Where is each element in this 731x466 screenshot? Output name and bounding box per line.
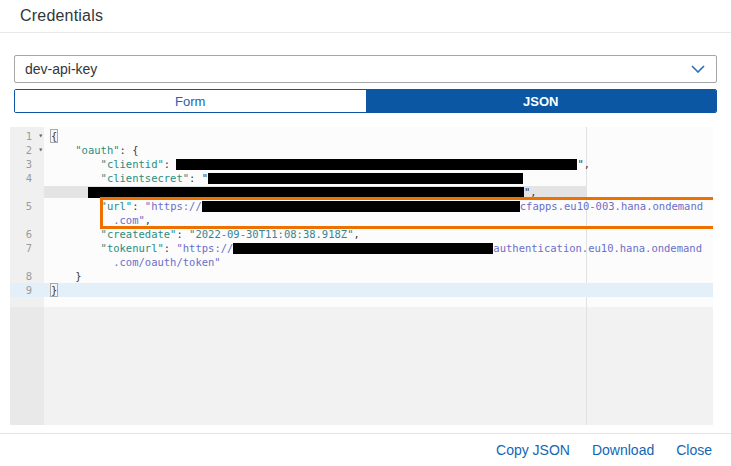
line-number: 6: [26, 227, 32, 241]
code-text: .com",: [44, 213, 151, 227]
token-plain: [50, 242, 101, 254]
redacted-text: [176, 159, 577, 170]
line-number: 2: [26, 143, 32, 157]
redacted-text: [202, 201, 520, 212]
copy-json-button[interactable]: Copy JSON: [496, 442, 570, 458]
code-line: 9}: [10, 283, 713, 297]
token-key: "tokenurl": [101, 242, 164, 254]
code-line: 1▾{: [10, 129, 713, 143]
line-number-cell: 1▾: [10, 129, 44, 143]
tab-json[interactable]: JSON: [366, 90, 717, 112]
token-url: .com/oauth/token": [113, 256, 220, 268]
token-brace-box: {: [50, 129, 58, 143]
code-rows: 1▾{2▾ "oauth": {3 "clientid": ",4 "clien…: [10, 129, 713, 297]
code-text: {: [44, 129, 58, 143]
token-key: "url": [101, 200, 133, 212]
code-line: 4 "clientsecret": ": [10, 171, 713, 185]
code-text: }: [44, 283, 58, 297]
close-button[interactable]: Close: [676, 442, 712, 458]
code-line: .com",: [10, 213, 713, 227]
token-plain: [50, 200, 101, 212]
code-text: "url": "https://cfapps.eu10-003.hana.ond…: [44, 199, 703, 213]
token-url: authentication.eu10.hana.ondemand: [493, 242, 702, 254]
view-mode-tabs: Form JSON: [14, 89, 717, 113]
token-url: cfapps.eu10-003.hana.ondemand: [520, 200, 703, 212]
code-text: .com/oauth/token": [44, 255, 221, 269]
code-text: "oauth": {: [44, 143, 139, 157]
token-plain: ,: [145, 214, 151, 226]
line-number-cell: 6: [10, 227, 44, 241]
token-plain: }: [50, 270, 82, 282]
line-number-cell: 5: [10, 199, 44, 213]
tab-form[interactable]: Form: [15, 90, 366, 112]
redacted-text: [88, 187, 524, 198]
code-line: 5 "url": "https://cfapps.eu10-003.hana.o…: [10, 199, 713, 213]
token-url: "https://: [145, 200, 202, 212]
code-line: 2▾ "oauth": {: [10, 143, 713, 157]
code-line: ",: [10, 185, 713, 199]
token-plain: ,: [353, 228, 359, 240]
line-number: 3: [26, 157, 32, 171]
json-editor[interactable]: 1▾{2▾ "oauth": {3 "clientid": ",4 "clien…: [10, 127, 713, 425]
token-url: "https://: [176, 242, 233, 254]
token-plain: [50, 144, 75, 156]
code-line: 8 }: [10, 269, 713, 283]
token-brace-box: }: [50, 283, 58, 297]
token-plain: [50, 158, 101, 170]
line-number-cell: [10, 255, 44, 269]
line-number-cell: 7: [10, 241, 44, 255]
line-number: 1: [26, 129, 32, 143]
token-string: "2022-09-30T11:08:38.918Z": [189, 228, 353, 240]
redacted-text: [208, 173, 523, 184]
token-plain: [50, 228, 101, 240]
line-number-cell: [10, 185, 44, 199]
code-line: 7 "tokenurl": "https://authentication.eu…: [10, 241, 713, 255]
code-line: 6 "createdate": "2022-09-30T11:08:38.918…: [10, 227, 713, 241]
token-plain: :: [164, 158, 177, 170]
token-plain: ",: [577, 158, 590, 170]
token-key: "clientid": [101, 158, 164, 170]
line-number-cell: [10, 213, 44, 227]
redacted-text: [233, 243, 493, 254]
code-text: ",: [44, 185, 537, 199]
token-url: .com": [113, 214, 145, 226]
footer-bar: Copy JSON Download Close: [0, 433, 731, 466]
line-number: 8: [26, 269, 32, 283]
code-text: "clientid": ",: [44, 157, 590, 171]
code-text: "tokenurl": "https://authentication.eu10…: [44, 241, 702, 255]
fold-toggle-icon[interactable]: ▾: [38, 143, 43, 157]
line-number: 9: [26, 283, 32, 297]
line-number: 7: [26, 241, 32, 255]
code-text: "clientsecret": ": [44, 171, 523, 185]
line-number-cell: 3: [10, 157, 44, 171]
page-title: Credentials: [20, 7, 103, 25]
code-line: .com/oauth/token": [10, 255, 713, 269]
token-plain: : ": [189, 172, 208, 184]
line-number-cell: 9: [10, 283, 44, 297]
token-plain: [50, 256, 113, 268]
line-number: 4: [26, 171, 32, 185]
fold-toggle-icon[interactable]: ▾: [38, 129, 43, 143]
line-number-cell: 8: [10, 269, 44, 283]
code-text: "createdate": "2022-09-30T11:08:38.918Z"…: [44, 227, 360, 241]
token-plain: ",: [524, 186, 537, 198]
chevron-down-icon: [690, 61, 706, 77]
token-plain: [50, 186, 88, 198]
code-text: }: [44, 269, 82, 283]
token-plain: :: [164, 242, 177, 254]
download-button[interactable]: Download: [592, 442, 654, 458]
line-number-cell: 2▾: [10, 143, 44, 157]
token-key: "clientsecret": [101, 172, 190, 184]
token-plain: [50, 172, 101, 184]
token-plain: :: [132, 200, 145, 212]
line-number-cell: 4: [10, 171, 44, 185]
token-plain: : {: [120, 144, 139, 156]
token-plain: [50, 214, 113, 226]
line-number: 5: [26, 199, 32, 213]
dialog-header: Credentials: [0, 0, 731, 33]
credential-select-value: dev-api-key: [25, 61, 690, 77]
token-key: "oauth": [75, 144, 119, 156]
token-plain: :: [176, 228, 189, 240]
credential-select[interactable]: dev-api-key: [14, 55, 717, 83]
token-key: "createdate": [101, 228, 177, 240]
